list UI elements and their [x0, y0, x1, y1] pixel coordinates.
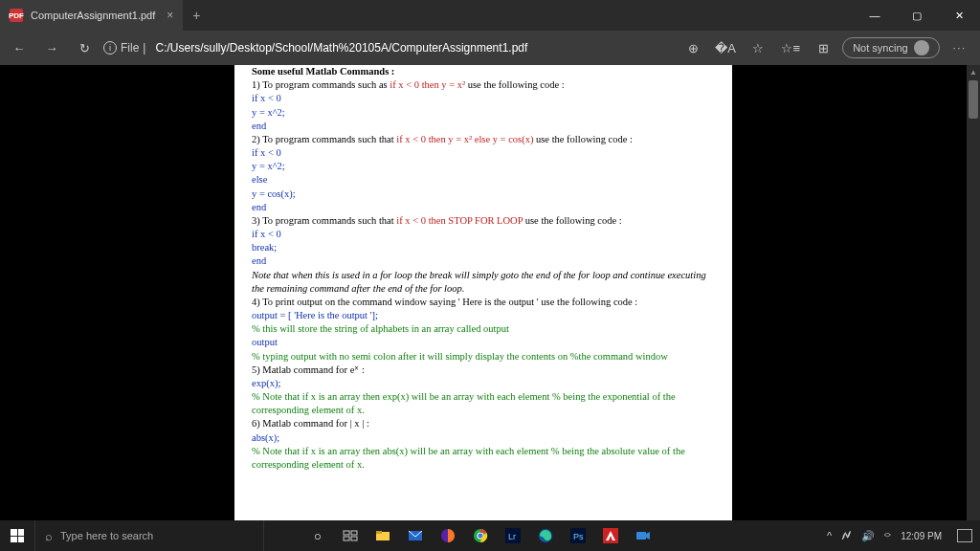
- code-line: end: [252, 254, 715, 268]
- doc-line: 3) To program commands such that if x < …: [252, 214, 715, 228]
- system-tray: ^ 🗲 🔊 ⌔ 12:09 PM: [819, 529, 980, 542]
- more-menu-button[interactable]: ···: [946, 43, 974, 54]
- info-icon: i: [103, 41, 117, 55]
- code-line: abs(x);: [252, 431, 715, 445]
- close-window-button[interactable]: ✕: [938, 0, 980, 31]
- avatar-icon: [914, 40, 929, 55]
- code-line: end: [252, 201, 715, 214]
- toolbar: ← → ↻ i File | C:/Users/sully/Desktop/Sc…: [0, 31, 980, 65]
- camera-icon[interactable]: [628, 520, 658, 551]
- edge-icon[interactable]: [530, 520, 561, 551]
- address-bar[interactable]: C:/Users/sully/Desktop/School/Math%20105…: [151, 41, 674, 55]
- search-icon: ⌕: [45, 529, 53, 543]
- battery-icon[interactable]: 🗲: [841, 530, 852, 541]
- new-tab-button[interactable]: +: [183, 8, 210, 23]
- taskbar-search[interactable]: ⌕ Type here to search: [34, 520, 264, 551]
- windows-logo-icon: [11, 529, 24, 542]
- page-area: Some useful Matlab Commands : 1) To prog…: [0, 65, 967, 520]
- collections-icon[interactable]: ⊞: [810, 34, 836, 61]
- doc-line: 1) To program commands such as if x < 0 …: [252, 78, 715, 92]
- minimize-button[interactable]: —: [854, 0, 896, 31]
- svg-rect-2: [344, 537, 349, 540]
- search-placeholder: Type here to search: [60, 530, 153, 541]
- firefox-icon[interactable]: [433, 520, 463, 551]
- pdf-viewport: Some useful Matlab Commands : 1) To prog…: [0, 65, 980, 520]
- scroll-thumb[interactable]: [969, 80, 978, 119]
- doc-line: 6) Matlab command for | x | :: [252, 417, 715, 430]
- reload-button[interactable]: ↻: [71, 34, 98, 61]
- code-line: if x < 0: [252, 228, 715, 241]
- svg-text:Lr: Lr: [508, 532, 516, 541]
- code-line: break;: [252, 241, 715, 254]
- comment-line: % typing output with no semi colon after…: [252, 350, 715, 364]
- mail-icon[interactable]: [400, 520, 431, 551]
- favorite-icon[interactable]: ☆: [745, 34, 771, 61]
- comment-line: % Note that if x is an array then abs(x)…: [252, 445, 715, 472]
- scrollbar[interactable]: ▲: [967, 65, 980, 520]
- back-button[interactable]: ←: [6, 34, 33, 61]
- pipe: |: [143, 41, 145, 55]
- task-icons: ○ Lr Ps: [302, 520, 658, 551]
- browser-tab[interactable]: PDF ComputerAssignment1.pdf ×: [0, 0, 183, 31]
- scroll-up-arrow[interactable]: ▲: [967, 65, 980, 78]
- lightroom-icon[interactable]: Lr: [498, 520, 528, 551]
- file-explorer-icon[interactable]: [368, 520, 398, 551]
- doc-line: 4) To print output on the command window…: [252, 296, 715, 309]
- task-view-icon[interactable]: [335, 520, 366, 551]
- comment-line: % this will store the string of alphabet…: [252, 322, 715, 336]
- sync-label: Not syncing: [853, 42, 907, 54]
- code-line: y = x^2;: [252, 106, 715, 120]
- clock[interactable]: 12:09 PM: [901, 531, 947, 541]
- reading-view-icon[interactable]: �A: [712, 34, 739, 61]
- doc-note: Note that when this is used in a for loo…: [252, 269, 715, 296]
- photoshop-icon[interactable]: Ps: [563, 520, 593, 551]
- pdf-icon: PDF: [10, 9, 23, 22]
- pdf-page: Some useful Matlab Commands : 1) To prog…: [234, 65, 732, 520]
- url-scheme: File: [121, 41, 139, 55]
- code-line: y = cos(x);: [252, 187, 715, 201]
- favorites-list-icon[interactable]: ☆≡: [777, 34, 804, 61]
- maximize-button[interactable]: ▢: [896, 0, 938, 31]
- code-line: if x < 0: [252, 92, 715, 105]
- svg-rect-5: [376, 531, 382, 534]
- adobe-icon[interactable]: [595, 520, 626, 551]
- code-line: end: [252, 120, 715, 133]
- volume-icon[interactable]: 🔊: [861, 530, 875, 542]
- svg-rect-17: [636, 532, 646, 540]
- taskview-svg: [343, 528, 358, 543]
- code-line: if x < 0: [252, 146, 715, 160]
- code-line: exp(x);: [252, 377, 715, 390]
- doc-line: 2) To program commands such that if x < …: [252, 133, 715, 146]
- code-line: output: [252, 336, 715, 349]
- start-button[interactable]: [0, 520, 34, 551]
- svg-rect-1: [351, 531, 357, 535]
- cortana-icon[interactable]: ○: [302, 520, 333, 551]
- tab-close-button[interactable]: ×: [167, 9, 173, 22]
- tray-chevron-icon[interactable]: ^: [827, 530, 832, 541]
- forward-button[interactable]: →: [38, 34, 65, 61]
- wifi-icon[interactable]: ⌔: [884, 530, 891, 541]
- code-line: y = x^2;: [252, 160, 715, 173]
- doc-line: 5) Matlab command for eˣ :: [252, 364, 715, 377]
- comment-line: % Note that if x is an array then exp(x)…: [252, 390, 715, 417]
- tab-title: ComputerAssignment1.pdf: [31, 10, 155, 21]
- svg-text:Ps: Ps: [573, 532, 584, 541]
- doc-header: Some useful Matlab Commands :: [252, 65, 715, 78]
- code-line: else: [252, 173, 715, 187]
- code-line: output = [ 'Here is the output '];: [252, 309, 715, 322]
- profile-sync-button[interactable]: Not syncing: [842, 37, 939, 58]
- notification-icon[interactable]: [957, 529, 972, 542]
- chrome-icon[interactable]: [465, 520, 496, 551]
- svg-rect-3: [351, 537, 357, 540]
- zoom-icon[interactable]: ⊕: [679, 34, 706, 61]
- titlebar: PDF ComputerAssignment1.pdf × + — ▢ ✕: [0, 0, 980, 31]
- site-info[interactable]: i File |: [103, 41, 145, 55]
- window-controls: — ▢ ✕: [854, 0, 980, 31]
- svg-rect-0: [344, 531, 349, 535]
- taskbar: ⌕ Type here to search ○ Lr Ps ^ 🗲 🔊 ⌔ 12…: [0, 520, 980, 551]
